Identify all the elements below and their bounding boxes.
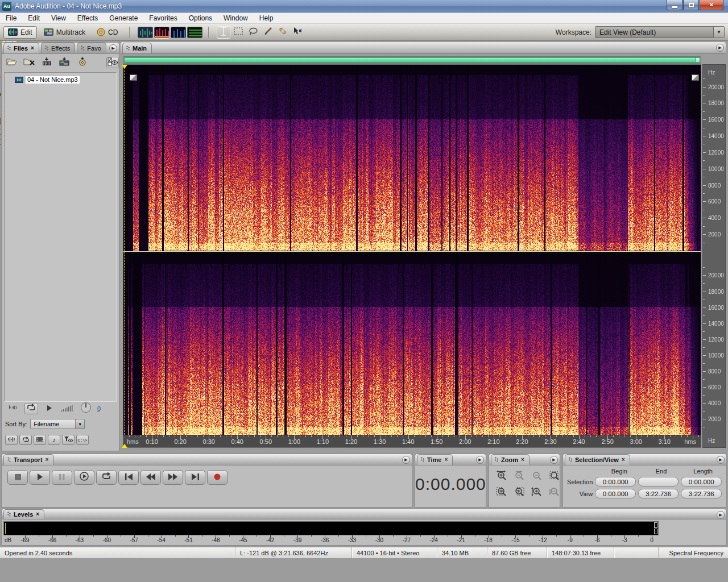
zoom-in-right-edge-button[interactable]	[511, 486, 527, 500]
scrub-tool-button[interactable]	[291, 26, 304, 39]
spectral-phase-view-button[interactable]	[187, 27, 202, 38]
play-looped-button[interactable]	[96, 470, 117, 485]
close-file-button[interactable]	[23, 57, 35, 68]
rewind-button[interactable]	[140, 470, 161, 485]
insert-into-cd-button[interactable]	[76, 57, 89, 68]
tab-main[interactable]: Main	[122, 43, 152, 53]
pan-handle-icon[interactable]	[692, 74, 699, 81]
title-bar[interactable]: Au Adobe Audition - 04 - Not Nice.mp3 ✕	[0, 0, 728, 13]
tab-effects[interactable]: Effects	[41, 43, 75, 53]
close-icon[interactable]: ×	[444, 457, 448, 463]
tab-favo[interactable]: Favo	[77, 43, 106, 53]
spectral-display[interactable]: hmshms0:100:200:300:400:501:001:101:201:…	[123, 64, 701, 448]
workspace-dropdown[interactable]: Edit View (Default) ▼	[595, 26, 725, 38]
import-file-button[interactable]	[5, 57, 18, 68]
zoom-panel-menu-button[interactable]: ▶	[550, 456, 558, 464]
time-ruler[interactable]: hmshms0:100:200:300:400:501:001:101:201:…	[123, 435, 701, 447]
fast-forward-button[interactable]	[163, 470, 183, 485]
marquee-selection-tool-button[interactable]	[231, 26, 245, 39]
selection-begin-field[interactable]: 0:00.000	[595, 477, 636, 487]
minimize-button[interactable]	[667, 0, 682, 10]
playhead-bottom-marker[interactable]	[122, 444, 127, 448]
spectral-frequency-view-button[interactable]	[154, 27, 169, 38]
loop-play-button[interactable]	[24, 403, 38, 414]
record-button[interactable]	[207, 470, 228, 485]
transport-panel-menu-button[interactable]: ▶	[402, 456, 410, 464]
sort-by-dropdown[interactable]: Filename ▼	[30, 419, 85, 429]
close-icon[interactable]: ×	[36, 512, 39, 517]
zoom-to-selection-button[interactable]	[547, 470, 562, 484]
show-midi-files-button[interactable]: ♪	[48, 435, 60, 445]
spot-healing-brush-tool-button[interactable]	[276, 26, 289, 39]
file-list[interactable]: 04 - Not Nice.mp3	[4, 72, 117, 402]
show-options-button[interactable]	[106, 57, 119, 68]
tab-files[interactable]: Files×	[3, 43, 39, 53]
playhead-top-marker[interactable]	[122, 65, 127, 69]
effects-paintbrush-tool-button[interactable]	[261, 26, 275, 39]
main-panel-menu-button[interactable]: ▶	[716, 44, 724, 52]
selection-end-field[interactable]	[638, 477, 679, 487]
time-panel-menu-button[interactable]: ▶	[476, 456, 484, 464]
show-full-paths-button[interactable]: C:\>	[76, 435, 89, 445]
close-icon[interactable]: ×	[31, 45, 34, 51]
menu-item-options[interactable]: Options	[183, 13, 218, 24]
menu-item-generate[interactable]: Generate	[104, 13, 143, 24]
files-panel-menu-button[interactable]: ▶	[109, 44, 117, 52]
spectral-pan-view-button[interactable]	[171, 27, 186, 38]
view-end-field[interactable]: 3:22.736	[638, 489, 679, 498]
playhead-cursor[interactable]	[124, 65, 125, 435]
show-audio-files-button[interactable]	[5, 435, 18, 445]
zoom-out-horizontally-button[interactable]	[511, 470, 527, 484]
spectrogram-left-channel[interactable]	[124, 65, 701, 251]
selection-view-panel-menu-button[interactable]: ▶	[717, 456, 725, 464]
close-icon[interactable]: ×	[622, 457, 625, 463]
volume-knob-button[interactable]	[79, 403, 93, 414]
menu-item-view[interactable]: View	[46, 13, 72, 24]
zoom-out-vertically-button[interactable]	[547, 486, 562, 500]
play-button[interactable]	[43, 403, 56, 414]
spectrogram-right-channel[interactable]	[124, 255, 701, 435]
horizontal-zoom-navigator[interactable]	[123, 56, 701, 64]
close-button[interactable]: ✕	[700, 0, 723, 10]
multitrack-view-button[interactable]: Multitrack	[39, 26, 90, 39]
lasso-selection-tool-button[interactable]	[246, 26, 260, 39]
close-icon[interactable]: ×	[521, 457, 524, 463]
pan-handle-icon[interactable]	[130, 74, 137, 81]
view-length-field[interactable]: 3:22.736	[681, 489, 722, 498]
tab-zoom[interactable]: Zoom ×	[491, 454, 530, 465]
level-meter[interactable]	[3, 521, 659, 535]
tab-transport[interactable]: Transport ×	[3, 454, 54, 465]
cd-view-button[interactable]: CD	[92, 26, 122, 39]
levels-panel-menu-button[interactable]: ▶	[717, 511, 725, 519]
zoom-in-left-edge-button[interactable]	[494, 486, 510, 500]
menu-item-window[interactable]: Window	[218, 13, 254, 24]
zoom-in-vertically-button[interactable]	[529, 486, 545, 500]
tab-levels[interactable]: Levels ×	[3, 509, 44, 519]
show-loop-files-button[interactable]	[19, 435, 32, 445]
menu-item-help[interactable]: Help	[254, 13, 279, 24]
view-begin-field[interactable]: 0:00.000	[595, 489, 636, 498]
stop-button[interactable]	[7, 470, 28, 485]
waveform-view-button[interactable]	[138, 27, 153, 38]
pause-button[interactable]	[52, 470, 72, 485]
menu-item-effects[interactable]: Effects	[72, 13, 104, 24]
play-button[interactable]	[30, 470, 50, 485]
selection-length-field[interactable]: 0:00.000	[681, 477, 722, 487]
frequency-ruler[interactable]: HzHz200001800016000140001200010000800060…	[702, 64, 726, 448]
insert-into-edit-button[interactable]	[40, 57, 53, 68]
status-segment-7[interactable]: Spectral Frequency	[659, 547, 728, 558]
zoom-out-full-button[interactable]	[529, 470, 545, 484]
menu-item-favorites[interactable]: Favorites	[143, 13, 183, 24]
clip-indicator[interactable]	[654, 529, 657, 534]
tab-selection-view[interactable]: Selection/View ×	[565, 454, 630, 465]
volume-value-link[interactable]: 0	[97, 405, 101, 412]
navigator-thumb[interactable]	[124, 57, 700, 63]
clip-indicator[interactable]	[654, 522, 657, 528]
go-to-end-button[interactable]	[185, 470, 205, 485]
maximize-button[interactable]	[683, 0, 699, 10]
edit-view-button[interactable]: Edit	[3, 26, 37, 39]
tab-time[interactable]: Time ×	[417, 454, 453, 465]
filter-options-button[interactable]	[62, 435, 75, 445]
volume-bars-button[interactable]	[61, 403, 75, 414]
channel-separator[interactable]	[123, 251, 701, 254]
